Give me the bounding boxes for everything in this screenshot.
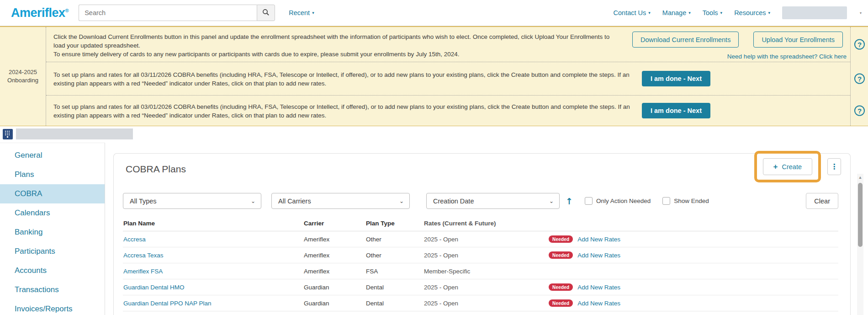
- needed-badge: Needed: [549, 283, 573, 291]
- top-navbar: Ameriflex® Recent ▾ Contact Us▾ Manage▾ …: [0, 0, 868, 26]
- plus-icon: +: [773, 162, 778, 171]
- create-button-label: Create: [782, 163, 802, 171]
- help-question-icon[interactable]: ?: [854, 39, 865, 50]
- onboarding-word: Onboarding: [7, 76, 38, 85]
- add-new-rates-link[interactable]: Add New Rates: [577, 252, 620, 259]
- scrollbar-up-arrow[interactable]: ▲: [857, 174, 863, 181]
- search-bar: [79, 5, 275, 21]
- i-am-done-next-button-2[interactable]: I am done - Next: [642, 103, 710, 118]
- chevron-down-icon: ▾: [720, 11, 723, 15]
- search-button[interactable]: [257, 5, 275, 21]
- onboarding-panel: 2024-2025 Onboarding Click the Download …: [0, 26, 868, 126]
- table-header-row: Plan Name Carrier Plan Type Rates (Curre…: [123, 215, 838, 231]
- create-button-highlight: + Create: [754, 151, 821, 182]
- enrollments-instructions: Click the Download Current Enrollments b…: [53, 31, 621, 59]
- plan-name-link[interactable]: Accresa Texas: [123, 252, 304, 259]
- plan-name-link[interactable]: Accresa: [123, 236, 304, 243]
- scrollbar-thumb[interactable]: [858, 183, 863, 247]
- recent-dropdown[interactable]: Recent ▾: [289, 9, 314, 16]
- chevron-down-icon: ⌄: [399, 198, 404, 204]
- plan-type-filter-select[interactable]: All Types ⌄: [123, 193, 261, 209]
- table-body: AccresaAmeriflexOther2025 - OpenNeededAd…: [123, 231, 838, 315]
- chevron-down-icon: ▾: [648, 11, 651, 15]
- sidebar-item-banking[interactable]: Banking: [0, 223, 105, 242]
- nav-manage-label: Manage: [662, 9, 686, 16]
- carrier-cell: Ameriflex: [304, 252, 366, 259]
- sidebar-item-general[interactable]: General: [0, 146, 105, 165]
- add-new-rates-link[interactable]: Add New Rates: [577, 300, 620, 307]
- plans-rates-instruction-2: To set up plans and rates for all 03/01/…: [53, 101, 631, 120]
- ameriflex-logo[interactable]: Ameriflex®: [11, 6, 69, 20]
- onboarding-label: 2024-2025 Onboarding: [0, 27, 46, 126]
- only-action-needed-label: Only Action Needed: [596, 198, 651, 204]
- plan-name-link[interactable]: Guardian Dental PPO NAP Plan: [123, 300, 304, 307]
- nav-tools[interactable]: Tools▾: [703, 9, 722, 16]
- only-action-needed-checkbox-group[interactable]: Only Action Needed: [585, 197, 651, 205]
- onboarding-sections: Click the Download Current Enrollments b…: [46, 27, 851, 126]
- nav-manage[interactable]: Manage▾: [662, 9, 691, 16]
- add-new-rates-link[interactable]: Add New Rates: [577, 236, 620, 243]
- sidebar-item-cobra[interactable]: COBRA: [0, 184, 105, 203]
- clear-filters-button[interactable]: Clear: [806, 193, 838, 209]
- carrier-filter-select[interactable]: All Carriers ⌄: [271, 193, 410, 209]
- sidebar-item-participants[interactable]: Participants: [0, 242, 105, 261]
- user-menu-redacted[interactable]: [782, 6, 847, 19]
- table-row: Guardian Dental HMOGuardianDental2025 - …: [123, 279, 838, 295]
- chevron-down-icon: ▾: [688, 11, 691, 15]
- help-question-icon[interactable]: ?: [854, 73, 865, 84]
- search-input[interactable]: [79, 5, 257, 21]
- plan-name-link[interactable]: Guardian Dental HMO: [123, 284, 304, 291]
- chevron-down-icon: ▾: [860, 11, 862, 15]
- table-row: AccresaAmeriflexOther2025 - OpenNeededAd…: [123, 231, 838, 247]
- rates-cell: Member-Specific: [424, 268, 549, 275]
- chevron-down-icon: ▾: [312, 11, 314, 15]
- enrollments-instruction-line1: Click the Download Current Enrollments b…: [53, 32, 621, 50]
- plan-type-cell: Other: [366, 252, 424, 259]
- spreadsheet-help-link[interactable]: Need help with the spreadsheet? Click he…: [727, 53, 847, 60]
- show-ended-label: Show Ended: [674, 198, 709, 204]
- plan-type-cell: Dental: [366, 284, 424, 291]
- help-question-icon[interactable]: ?: [854, 105, 865, 116]
- header-actions: + Create ⋮: [754, 151, 841, 182]
- i-am-done-next-button-1[interactable]: I am done - Next: [642, 71, 710, 86]
- show-ended-checkbox[interactable]: [662, 197, 670, 205]
- enrollments-section: Click the Download Current Enrollments b…: [46, 27, 850, 62]
- needed-badge: Needed: [549, 299, 573, 307]
- sidebar-item-plans[interactable]: Plans: [0, 165, 105, 184]
- card-header: COBRA Plans + Create ⋮: [114, 154, 850, 187]
- cobra-plans-table: Plan Name Carrier Plan Type Rates (Curre…: [123, 215, 838, 315]
- plan-name-link[interactable]: Ameriflex FSA: [123, 268, 304, 275]
- sidebar-nav: GeneralPlansCOBRACalendarsBankingPartici…: [0, 143, 105, 315]
- nav-resources-label: Resources: [734, 9, 766, 16]
- upload-your-enrollments-button[interactable]: Upload Your Enrollments: [753, 32, 843, 48]
- kebab-menu-button[interactable]: ⋮: [827, 158, 841, 175]
- nav-resources[interactable]: Resources▾: [734, 9, 770, 16]
- vertical-scrollbar[interactable]: ▲: [857, 174, 863, 315]
- table-row: Accresa TexasAmeriflexOther2025 - OpenNe…: [123, 247, 838, 263]
- nav-contact-us-label: Contact Us: [614, 9, 646, 16]
- plan-type-filter-value: All Types: [130, 198, 157, 205]
- show-ended-checkbox-group[interactable]: Show Ended: [662, 197, 709, 205]
- table-row: Guardian Dental PPO Value PlanGuardianDe…: [123, 311, 838, 315]
- only-action-needed-checkbox[interactable]: [585, 197, 593, 205]
- sidebar-item-invoices-reports[interactable]: Invoices/Reports: [0, 299, 105, 315]
- header-carrier: Carrier: [304, 220, 366, 227]
- add-new-rates-link[interactable]: Add New Rates: [577, 284, 620, 291]
- nav-contact-us[interactable]: Contact Us▾: [614, 9, 651, 16]
- filter-bar: All Types ⌄ All Carriers ⌄ Creation Date…: [114, 187, 850, 209]
- sidebar-item-transactions[interactable]: Transactions: [0, 280, 105, 299]
- building-icon: [3, 129, 13, 139]
- navbar-right: Contact Us▾ Manage▾ Tools▾ Resources▾ ▾: [614, 6, 862, 19]
- sort-by-select[interactable]: Creation Date ⌄: [426, 193, 560, 209]
- magnifier-icon: [262, 9, 270, 17]
- sort-direction-ascending-icon[interactable]: ↑: [566, 196, 573, 206]
- sidebar-item-accounts[interactable]: Accounts: [0, 261, 105, 280]
- nav-tools-label: Tools: [703, 9, 718, 16]
- download-current-enrollments-button[interactable]: Download Current Enrollments: [632, 32, 739, 48]
- create-button[interactable]: + Create: [763, 158, 812, 175]
- sidebar-item-calendars[interactable]: Calendars: [0, 203, 105, 223]
- plans-rates-section-1: To set up plans and rates for all 03/11/…: [46, 62, 850, 96]
- plan-type-cell: Dental: [366, 300, 424, 307]
- plan-type-cell: Other: [366, 236, 424, 243]
- table-row: Ameriflex FSAAmeriflexFSAMember-Specific: [123, 263, 838, 279]
